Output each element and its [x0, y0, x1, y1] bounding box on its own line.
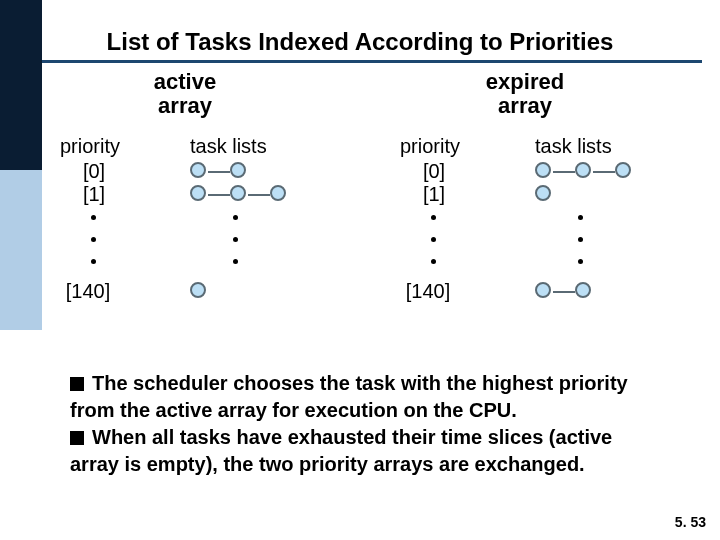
sidebar-dark-block: [0, 0, 42, 170]
expired-array-heading: expired array: [465, 70, 585, 118]
page-number: 5. 53: [675, 514, 706, 530]
task-node: [190, 282, 206, 298]
bullet-1-text: The scheduler chooses the task with the …: [70, 372, 628, 421]
task-node: [575, 282, 591, 298]
active-row-1: [1]: [68, 183, 120, 206]
task-node: [615, 162, 631, 178]
expired-task-lists-label: task lists: [535, 135, 612, 158]
ellipsis-dot: [431, 259, 436, 264]
ellipsis-dot: [233, 259, 238, 264]
expired-row-0: [0]: [408, 160, 460, 183]
task-node: [270, 185, 286, 201]
priority-arrays-diagram: active array priority task lists [0] [1]…: [50, 70, 710, 340]
bullet-square-icon: [70, 377, 84, 391]
task-node: [190, 185, 206, 201]
task-link: [208, 171, 230, 173]
title-divider: [42, 60, 702, 63]
active-row-140: [140]: [62, 280, 114, 303]
bullet-square-icon: [70, 431, 84, 445]
ellipsis-dot: [91, 259, 96, 264]
active-heading-l1: active: [135, 70, 235, 94]
ellipsis-dot: [233, 215, 238, 220]
task-node: [575, 162, 591, 178]
ellipsis-dot: [578, 215, 583, 220]
task-node: [190, 162, 206, 178]
task-link: [208, 194, 230, 196]
bullet-2-text: When all tasks have exhausted their time…: [70, 426, 612, 475]
active-task-lists-label: task lists: [190, 135, 267, 158]
slide-bullets: The scheduler chooses the task with the …: [70, 370, 660, 478]
expired-heading-l1: expired: [465, 70, 585, 94]
ellipsis-dot: [91, 237, 96, 242]
ellipsis-dot: [578, 237, 583, 242]
slide-title: List of Tasks Indexed According to Prior…: [0, 28, 720, 56]
task-link: [593, 171, 615, 173]
expired-row-140: [140]: [402, 280, 454, 303]
expired-priority-label: priority: [400, 135, 460, 158]
ellipsis-dot: [91, 215, 96, 220]
task-node: [230, 162, 246, 178]
task-link: [553, 171, 575, 173]
task-link: [248, 194, 270, 196]
active-priority-label: priority: [60, 135, 120, 158]
task-node: [535, 282, 551, 298]
expired-row-1: [1]: [408, 183, 460, 206]
expired-heading-l2: array: [465, 94, 585, 118]
ellipsis-dot: [431, 215, 436, 220]
active-row-0: [0]: [68, 160, 120, 183]
task-node: [535, 162, 551, 178]
task-node: [535, 185, 551, 201]
task-node: [230, 185, 246, 201]
ellipsis-dot: [578, 259, 583, 264]
sidebar-light-block: [0, 170, 42, 330]
active-heading-l2: array: [135, 94, 235, 118]
active-array-heading: active array: [135, 70, 235, 118]
ellipsis-dot: [233, 237, 238, 242]
ellipsis-dot: [431, 237, 436, 242]
task-link: [553, 291, 575, 293]
